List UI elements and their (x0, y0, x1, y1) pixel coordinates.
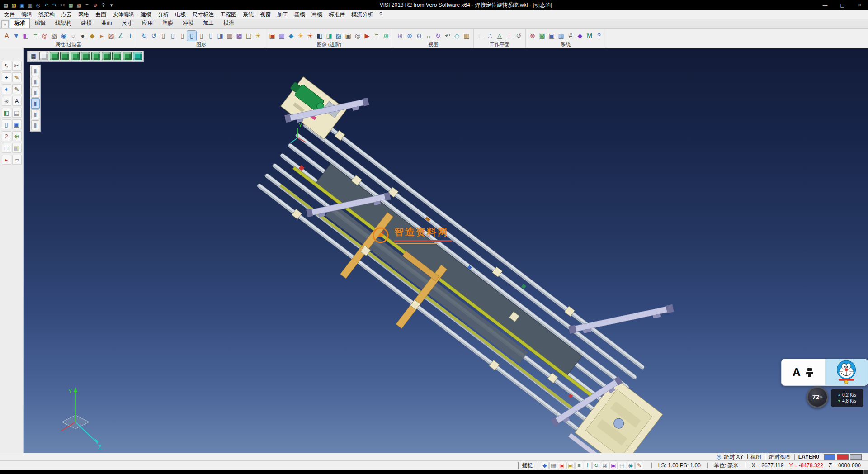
layers-icon[interactable]: ≡ (83, 1, 91, 9)
world-status-icon[interactable]: ◉ (627, 462, 635, 469)
layer-swatch-blue[interactable] (824, 454, 835, 460)
display-mode-2-icon[interactable]: ▮ (31, 77, 39, 87)
attributes-icon[interactable]: A (2, 31, 11, 41)
menu-item-help[interactable]: ? (376, 11, 386, 18)
tag-icon[interactable]: ▸ (97, 31, 106, 41)
named-views-icon[interactable]: ▦ (462, 31, 471, 41)
active-layer-indicator[interactable]: LAYER0 (798, 454, 819, 460)
paint-status-icon[interactable]: ✎ (635, 462, 643, 469)
info-status-icon[interactable]: i (584, 462, 592, 469)
system-settings-icon[interactable]: ⊛ (528, 31, 537, 41)
units-indicator[interactable]: 单位: 毫米 (711, 462, 741, 469)
plugin-status-icon[interactable]: ▣ (609, 462, 618, 469)
display-mode-3-icon[interactable]: ▮ (31, 88, 39, 98)
about-icon[interactable]: ? (594, 31, 604, 41)
dynamic-view-icon[interactable] (133, 52, 142, 60)
settings-icon[interactable]: ⊛ (91, 1, 99, 9)
snap-settings-icon[interactable]: # (566, 31, 575, 41)
ghost-mode-icon[interactable]: ▯ (197, 31, 206, 41)
section-mode-icon[interactable]: ▯ (206, 31, 215, 41)
tab-mold[interactable]: 塑膜 (158, 18, 178, 28)
yellow-flag-status-icon[interactable]: ▣ (566, 462, 575, 469)
snap-toggle[interactable]: 捕捉 (518, 462, 537, 469)
workplane-normal-icon[interactable]: ⊥ (505, 31, 514, 41)
tab-application[interactable]: 应用 (137, 18, 157, 28)
wireframe-mode-icon[interactable]: ▯ (159, 31, 168, 41)
grid-icon[interactable]: ▦ (557, 31, 566, 41)
show-desktop-button[interactable] (863, 470, 868, 474)
back-view-icon[interactable] (102, 52, 111, 60)
iso-view-icon[interactable] (50, 52, 59, 60)
display-mode-6-icon[interactable]: ▮ (31, 120, 39, 130)
lock-icon[interactable]: ◆ (88, 31, 97, 41)
menu-item-pointcloud[interactable]: 点云 (58, 10, 75, 19)
menu-item-file[interactable]: 文件 (1, 10, 18, 19)
iso-shaded-view-icon[interactable] (39, 52, 48, 60)
zoom-out-icon[interactable]: ⊖ (415, 31, 424, 41)
viewport-canvas[interactable]: ▦ ▮▮▮▮▮▮ (24, 48, 868, 453)
menu-item-die[interactable]: 冲模 (308, 10, 326, 19)
tab-machining[interactable]: 加工 (198, 18, 218, 28)
menu-item-moldflow[interactable]: 模流分析 (348, 10, 376, 19)
ime-tool-icon[interactable] (805, 367, 814, 378)
doc-status-icon[interactable]: ▤ (618, 462, 626, 469)
texture-icon[interactable]: ▦ (277, 31, 286, 41)
refresh-status-icon[interactable]: ↻ (592, 462, 600, 469)
grid-toggle-icon[interactable]: ▦ (549, 462, 557, 469)
regen-icon[interactable]: ↺ (149, 31, 158, 41)
tool-settings-icon[interactable]: ⊛ (2, 96, 11, 106)
left-view-icon[interactable] (91, 52, 100, 60)
menu-item-window[interactable]: 视窗 (257, 10, 274, 19)
plugins-icon[interactable]: ◆ (576, 31, 585, 41)
menu-item-mesh[interactable]: 网格 (75, 10, 92, 19)
spot-light-icon[interactable]: ☀ (306, 31, 315, 41)
maximize-button[interactable]: ▢ (834, 0, 851, 10)
sheet-tool-icon[interactable]: ▤ (12, 108, 22, 118)
shaded-mode-icon[interactable]: ▯ (178, 31, 187, 41)
menu-item-wireframe[interactable]: 线架构 (35, 10, 58, 19)
tab-dropdown-icon[interactable]: ▾ (1, 20, 9, 28)
edit-pencil-icon[interactable]: ✎ (12, 84, 22, 94)
workplane-view-icon[interactable]: △ (495, 31, 504, 41)
cylinder-tool-icon[interactable]: ▯ (2, 119, 11, 129)
box-tool-icon[interactable]: □ (2, 143, 11, 153)
tab-flow[interactable]: 模流 (219, 18, 239, 28)
tab-dimension[interactable]: 尺寸 (117, 18, 137, 28)
network-speed-panel[interactable]: ▲ 0.2 K/s ▼ 4.8 K/s (831, 389, 863, 407)
help-icon[interactable]: ? (99, 1, 107, 9)
layer-manager-icon[interactable]: ≡ (575, 462, 583, 469)
camera-icon[interactable]: ▣ (344, 31, 353, 41)
quick-access-dropdown-icon[interactable]: ▾ (108, 1, 115, 9)
menu-item-mold[interactable]: 塑模 (291, 10, 308, 19)
material-icon[interactable]: ◆ (287, 31, 296, 41)
render-icon[interactable]: ▣ (268, 31, 277, 41)
isolate-icon[interactable]: ◉ (59, 31, 68, 41)
top-view-icon[interactable] (60, 52, 69, 60)
paste-icon[interactable]: ▧ (75, 1, 83, 9)
shaded-edges-mode-icon[interactable]: ▯ (187, 31, 196, 41)
hidden-line-mode-icon[interactable]: ▯ (168, 31, 177, 41)
curve-2d-icon[interactable]: 2 (2, 131, 11, 141)
menu-item-drafting[interactable]: 工程图 (217, 10, 240, 19)
shade-box-icon[interactable]: ▦ (225, 31, 234, 41)
light-icon[interactable]: ☀ (254, 31, 263, 41)
info-icon[interactable]: i (126, 31, 135, 41)
color-scheme-icon[interactable]: ▩ (538, 31, 547, 41)
red-flag-status-icon[interactable]: ▣ (558, 462, 566, 469)
tab-wireframe[interactable]: 线架构 (51, 18, 76, 28)
ime-language-letter[interactable]: A (793, 365, 801, 379)
new-file-icon[interactable]: ▤ (2, 1, 9, 9)
pan-icon[interactable]: ↔ (424, 31, 433, 41)
sketch-pencil-icon[interactable]: ✎ (12, 72, 22, 82)
menu-item-surface[interactable]: 曲面 (92, 10, 109, 19)
axis-icon[interactable]: ∗ (2, 84, 11, 94)
copy-icon[interactable]: ▦ (67, 1, 75, 9)
absolute-view-indicator[interactable]: 绝对视图 (769, 453, 791, 461)
memory-usage-ball[interactable]: 72 % (807, 386, 828, 408)
video-record-icon[interactable]: ▶ (363, 31, 372, 41)
scale-indicator[interactable]: LS: 1.00 PS: 1.00 (656, 462, 703, 469)
open-folder-icon[interactable]: ▨ (10, 1, 18, 9)
render-layers-icon[interactable]: ≡ (372, 31, 381, 41)
erase-icon[interactable]: ▨ (107, 31, 116, 41)
light-source-icon[interactable]: ☀ (296, 31, 305, 41)
